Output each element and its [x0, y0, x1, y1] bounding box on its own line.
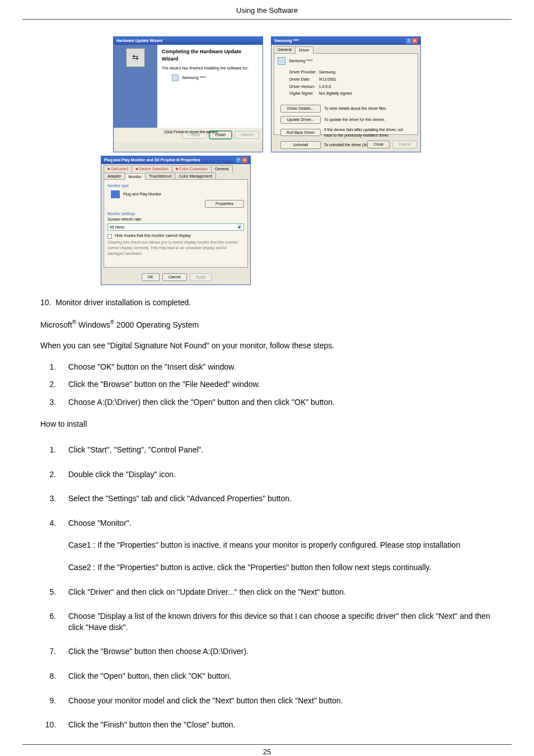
rollback-driver-button[interactable]: Roll Back Driver [280, 129, 321, 137]
window-controls: ? ✕ [406, 38, 418, 44]
list-item: Click the "Open" button, then click "OK"… [58, 664, 494, 689]
dialog-title: Plug and Play Monitor and 3D Prophet III… [104, 157, 200, 163]
cancel-button[interactable]: Cancel [162, 273, 187, 281]
hide-modes-label: Hide modes that this monitor cannot disp… [115, 234, 191, 237]
close-icon[interactable]: ✕ [412, 38, 418, 44]
os-line: Microsoft® Windows® 2000 Operating Syste… [40, 319, 494, 330]
monitor-type-row: Plug and Play Monitor [111, 190, 244, 198]
tab-content: Samsung **** Driver Provider:Samsung Dri… [274, 53, 418, 135]
list-item: Click "Start", "Setting", "Control Panel… [58, 438, 494, 463]
step-10: 10. Monitor driver installation is compl… [40, 297, 494, 309]
wizard-text: The wizard has finished installing the s… [162, 66, 258, 71]
tab-general[interactable]: General [274, 46, 296, 53]
tab-color-correction[interactable]: ■ Color Correction [172, 165, 212, 172]
tab-adapter[interactable]: Adapter [104, 172, 125, 180]
list-item: Choose your monitor model and click the … [58, 689, 494, 713]
page-number: 25 [0, 745, 534, 756]
tab-device-selection[interactable]: ■ Device Selection [132, 165, 172, 172]
driver-version-value: 1.0.0.0 [318, 83, 353, 90]
list-item: Choose "Monitor". Case1 : If the "Proper… [58, 511, 494, 580]
update-driver-text: To update the driver for this device. [324, 115, 412, 124]
dialog-title-bar: Samsung **** ? ✕ [271, 37, 420, 45]
list-item: Click the "Finish" button then the "Clos… [58, 713, 494, 738]
tab-troubleshoot[interactable]: Troubleshoot [145, 172, 176, 180]
how-to-install-heading: How to install [40, 419, 494, 430]
wizard-content: Completing the Hardware Update Wizard Th… [157, 45, 263, 128]
monitor-icon [111, 190, 120, 198]
list-item: Select the "Settings" tab and click "Adv… [58, 487, 494, 511]
hide-modes-row: Hide modes that this monitor cannot disp… [107, 233, 244, 239]
dialog-footer: OK Cancel Apply [101, 270, 250, 284]
uninstall-button[interactable]: Uninstall [280, 141, 321, 149]
dialog-body: ⇆ Completing the Hardware Update Wizard … [114, 45, 263, 128]
tab-general[interactable]: General [211, 165, 233, 172]
refresh-label: Screen refresh rate: [107, 217, 244, 222]
update-driver-button[interactable]: Update Driver... [280, 116, 321, 124]
monitor-type-value: Plug and Play Monitor [123, 192, 161, 196]
refresh-rate-select[interactable]: 60 Hertz ▾ [107, 223, 244, 231]
screenshot-row-2: Plug and Play Monitor and 3D Prophet III… [101, 156, 494, 285]
tab-bar: General Driver [271, 45, 420, 53]
hide-modes-checkbox[interactable] [107, 234, 112, 239]
content: Hardware Update Wizard ⇆ Completing the … [0, 20, 534, 738]
list-item: Choose A:(D:\Driver) then click the "Ope… [58, 394, 494, 412]
dialog-title: Hardware Update Wizard [116, 38, 162, 44]
page-header: Using the Software [0, 0, 534, 18]
signature-steps: Choose "OK" button on the "Insert disk" … [40, 358, 494, 412]
case1-text: Case1 : If the "Properties" button is in… [68, 540, 494, 551]
driver-details-text: To view details about the driver files. [324, 104, 412, 113]
tab-geforce[interactable]: ■ GeForce3 [104, 165, 132, 172]
monitor-properties-dialog: Plug and Play Monitor and 3D Prophet III… [101, 156, 251, 285]
driver-version-label: Driver Version: [289, 83, 317, 90]
signature-line: When you can see "Digital Signature Not … [40, 340, 494, 352]
tab-driver[interactable]: Driver [295, 46, 313, 54]
driver-details-button[interactable]: Driver Details... [280, 105, 321, 113]
wizard-finish-text: Click Finish to close the wizard. [164, 129, 219, 135]
monitor-settings-section: Monitor settings [107, 211, 244, 217]
dialog-title-bar: Hardware Update Wizard [114, 37, 263, 45]
list-item: Choose "Display a list of the known driv… [58, 604, 494, 640]
wizard-device: Samsung **** [172, 74, 258, 81]
driver-date-value: 9/11/2001 [318, 76, 353, 83]
wizard-icon: ⇆ [126, 48, 145, 67]
cancel-button[interactable]: Cancel [392, 141, 417, 148]
digital-signer-label: Digital Signer: [289, 90, 317, 97]
cancel-button[interactable]: Cancel [235, 131, 259, 139]
properties-button[interactable]: Properties [205, 200, 244, 208]
window-controls: ? ✕ [236, 157, 247, 163]
hardware-update-wizard-dialog: Hardware Update Wizard ⇆ Completing the … [113, 36, 263, 152]
tab-monitor[interactable]: Monitor [125, 173, 146, 180]
driver-provider-label: Driver Provider: [289, 69, 317, 76]
list-item: Double click the "Display" icon. [58, 463, 494, 487]
close-button[interactable]: Close [367, 141, 390, 148]
list-item: Choose "OK" button on the "Insert disk" … [58, 358, 494, 376]
device-name: Samsung **** [182, 76, 205, 80]
tab-color-management[interactable]: Color Management [175, 172, 216, 180]
hide-modes-warning: Clearing this check box allows you to se… [107, 240, 244, 256]
help-icon[interactable]: ? [236, 157, 241, 163]
samsung-driver-dialog: Samsung **** ? ✕ General Driver Samsung … [271, 36, 421, 152]
tab-bar: ■ GeForce3 ■ Device Selection ■ Color Co… [101, 164, 250, 180]
driver-info-table: Driver Provider:Samsung Driver Date:9/11… [288, 68, 353, 97]
list-item: Click the "Browse" button then choose A:… [58, 640, 494, 664]
dialog-title: Samsung **** [274, 38, 299, 44]
driver-provider-value: Samsung [318, 69, 353, 76]
close-icon[interactable]: ✕ [242, 157, 247, 163]
apply-button[interactable]: Apply [190, 273, 212, 281]
digital-signer-value: Not digitally signed [318, 90, 353, 97]
screenshot-row-1: Hardware Update Wizard ⇆ Completing the … [40, 36, 494, 152]
wizard-sidebar: ⇆ [114, 45, 157, 128]
wizard-heading: Completing the Hardware Update Wizard [162, 48, 258, 62]
list-item: Click the "Browse" button on the "File N… [58, 376, 494, 394]
help-icon[interactable]: ? [406, 38, 411, 44]
monitor-icon [172, 74, 179, 81]
how-to-install-steps: Click "Start", "Setting", "Control Panel… [40, 438, 494, 738]
driver-date-label: Driver Date: [289, 76, 317, 83]
list-item: Click "Driver" and then click on "Update… [58, 580, 494, 605]
dialog-title-bar: Plug and Play Monitor and 3D Prophet III… [101, 156, 250, 164]
monitor-type-section: Monitor type [107, 183, 244, 189]
case2-text: Case2 : If the "Properties" button is ac… [68, 562, 494, 573]
ok-button[interactable]: OK [142, 273, 160, 281]
refresh-rate-value: 60 Hertz [110, 225, 124, 230]
driver-head: Samsung **** [289, 59, 312, 63]
